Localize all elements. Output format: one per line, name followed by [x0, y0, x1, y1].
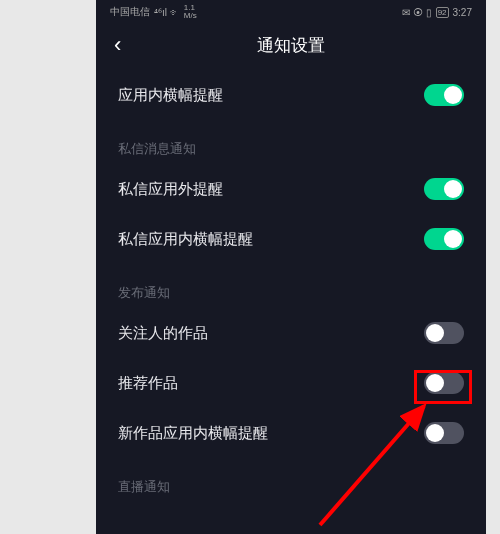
status-right: ✉ ⦿ ▯ 92 3:27: [402, 7, 472, 18]
toggle-followed-works[interactable]: [424, 322, 464, 344]
toggle-in-app-banner[interactable]: [424, 84, 464, 106]
carrier-label: 中国电信: [110, 5, 150, 19]
toggle-recommended-works[interactable]: [424, 372, 464, 394]
row-label: 新作品应用内横幅提醒: [118, 424, 268, 443]
page-title: 通知设置: [96, 34, 486, 57]
row-label: 推荐作品: [118, 374, 178, 393]
row-label: 私信应用内横幅提醒: [118, 230, 253, 249]
row-dm-external[interactable]: 私信应用外提醒: [96, 164, 486, 214]
section-private-messages: 私信消息通知: [96, 120, 486, 164]
row-new-works-banner[interactable]: 新作品应用内横幅提醒: [96, 408, 486, 458]
signal-icon: ⁴⁶ıl ᯤ: [154, 7, 180, 18]
section-live: 直播通知: [96, 458, 486, 502]
clock: 3:27: [453, 7, 472, 18]
row-followed-works[interactable]: 关注人的作品: [96, 308, 486, 358]
phone-screen: 中国电信 ⁴⁶ıl ᯤ 1.1M/s ✉ ⦿ ▯ 92 3:27 ‹ 通知设置 …: [96, 0, 486, 534]
row-label: 关注人的作品: [118, 324, 208, 343]
net-speed: 1.1M/s: [184, 4, 197, 20]
back-icon[interactable]: ‹: [114, 32, 121, 58]
row-in-app-banner[interactable]: 应用内横幅提醒: [96, 70, 486, 120]
toggle-dm-banner[interactable]: [424, 228, 464, 250]
battery-icon: 92: [436, 7, 449, 18]
toggle-new-works-banner[interactable]: [424, 422, 464, 444]
row-label: 私信应用外提醒: [118, 180, 223, 199]
nav-header: ‹ 通知设置: [96, 24, 486, 66]
row-recommended-works[interactable]: 推荐作品: [96, 358, 486, 408]
row-label: 应用内横幅提醒: [118, 86, 223, 105]
row-dm-banner[interactable]: 私信应用内横幅提醒: [96, 214, 486, 264]
status-left: 中国电信 ⁴⁶ıl ᯤ 1.1M/s: [110, 4, 197, 20]
status-bar: 中国电信 ⁴⁶ıl ᯤ 1.1M/s ✉ ⦿ ▯ 92 3:27: [96, 0, 486, 24]
settings-list: 应用内横幅提醒 私信消息通知 私信应用外提醒 私信应用内横幅提醒 发布通知 关注…: [96, 66, 486, 502]
section-publish: 发布通知: [96, 264, 486, 308]
status-icons: ✉ ⦿ ▯: [402, 7, 432, 18]
toggle-dm-external[interactable]: [424, 178, 464, 200]
